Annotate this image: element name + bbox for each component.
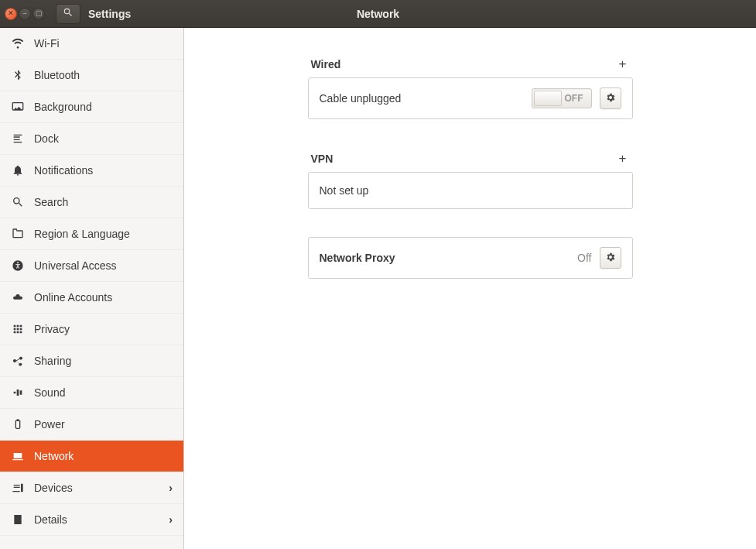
gear-icon: [605, 92, 616, 105]
sidebar-item-label: Details: [34, 513, 67, 526]
bluetooth-icon: [11, 68, 25, 82]
proxy-row[interactable]: Network Proxy Off: [309, 238, 632, 278]
window-controls: ✕ – ▢: [0, 8, 50, 20]
window-maximize-button[interactable]: ▢: [32, 8, 45, 20]
sidebar-item-label: Privacy: [34, 323, 70, 335]
toggle-state-label: OFF: [565, 93, 583, 104]
proxy-heading: Network Proxy: [320, 252, 395, 264]
sidebar-item-label: Sound: [34, 386, 65, 399]
wired-section: Wired + Cable unplugged OFF: [308, 53, 633, 119]
accessibility-icon: [11, 259, 25, 273]
wired-heading: Wired: [311, 58, 341, 70]
sidebar-item-label: Notifications: [34, 164, 93, 177]
power-icon: [11, 417, 25, 431]
sidebar-item-online-accounts[interactable]: Online Accounts: [0, 282, 183, 314]
notifications-icon: [11, 163, 25, 177]
sidebar-item-sound[interactable]: Sound: [0, 377, 183, 409]
globe-icon: [11, 227, 25, 241]
sidebar-item-dock[interactable]: Dock: [0, 123, 183, 155]
sidebar-item-region-language[interactable]: Region & Language: [0, 218, 183, 250]
proxy-settings-button[interactable]: [600, 247, 621, 269]
toggle-knob: [534, 91, 562, 106]
sidebar-item-label: Sharing: [34, 355, 71, 367]
window-close-button[interactable]: ✕: [5, 8, 17, 20]
sidebar-item-wifi[interactable]: Wi-Fi: [0, 28, 183, 60]
info-icon: [11, 513, 25, 527]
vpn-row: Not set up: [309, 173, 632, 208]
background-icon: [11, 100, 25, 114]
wifi-icon: [11, 36, 25, 50]
window-titlebar: ✕ – ▢ Settings Network: [0, 0, 756, 28]
sidebar-item-label: Network: [34, 450, 74, 462]
sidebar-item-details[interactable]: Details ›: [0, 504, 183, 536]
sidebar-item-privacy[interactable]: Privacy: [0, 314, 183, 345]
sidebar-item-label: Universal Access: [34, 259, 117, 272]
search-icon: [63, 7, 74, 20]
proxy-state: Off: [577, 252, 591, 264]
sidebar-item-label: Background: [34, 101, 92, 113]
sidebar-item-devices[interactable]: Devices ›: [0, 472, 183, 504]
sidebar-item-label: Search: [34, 196, 68, 208]
sidebar-item-sharing[interactable]: Sharing: [0, 345, 183, 377]
proxy-section: Network Proxy Off: [308, 237, 633, 279]
sidebar-item-label: Online Accounts: [34, 291, 112, 304]
wired-status: Cable unplugged: [320, 92, 402, 105]
wired-settings-button[interactable]: [600, 87, 621, 109]
vpn-section: VPN + Not set up: [308, 147, 633, 209]
sidebar-item-bluetooth[interactable]: Bluetooth: [0, 60, 183, 91]
dock-icon: [11, 132, 25, 146]
sidebar-item-label: Wi-Fi: [34, 37, 60, 50]
sidebar-item-label: Dock: [34, 132, 59, 145]
sidebar-item-label: Power: [34, 418, 65, 431]
chevron-right-icon: ›: [169, 482, 173, 494]
wired-toggle[interactable]: OFF: [532, 88, 592, 108]
sidebar-item-network[interactable]: Network: [0, 441, 183, 472]
sidebar-item-power[interactable]: Power: [0, 409, 183, 441]
vpn-status: Not set up: [320, 184, 369, 197]
chevron-right-icon: ›: [169, 513, 173, 526]
titlebar-search-button[interactable]: [56, 4, 80, 24]
network-icon: [11, 449, 25, 463]
plus-icon: +: [619, 151, 627, 166]
content-area: Wired + Cable unplugged OFF: [184, 28, 756, 549]
search-icon: [11, 195, 25, 209]
titlebar-app-name: Settings: [88, 8, 131, 20]
titlebar-page-title: Network: [357, 8, 399, 20]
wired-row: Cable unplugged OFF: [309, 78, 632, 118]
sidebar-item-search[interactable]: Search: [0, 187, 183, 218]
sidebar-item-background[interactable]: Background: [0, 91, 183, 123]
privacy-icon: [11, 322, 25, 336]
devices-icon: [11, 481, 25, 495]
sidebar-item-label: Region & Language: [34, 228, 130, 240]
settings-sidebar: Wi-Fi Bluetooth Background Dock Notifica…: [0, 28, 184, 549]
share-icon: [11, 354, 25, 368]
plus-icon: +: [619, 57, 627, 72]
window-minimize-button[interactable]: –: [19, 8, 31, 20]
sound-icon: [11, 386, 25, 400]
sidebar-item-label: Bluetooth: [34, 69, 80, 81]
vpn-heading: VPN: [311, 153, 334, 165]
wired-add-button[interactable]: +: [616, 57, 630, 71]
sidebar-item-label: Devices: [34, 482, 73, 494]
gear-icon: [605, 252, 616, 265]
sidebar-item-universal-access[interactable]: Universal Access: [0, 250, 183, 282]
vpn-add-button[interactable]: +: [616, 152, 630, 166]
sidebar-item-notifications[interactable]: Notifications: [0, 155, 183, 187]
cloud-account-icon: [11, 290, 25, 304]
